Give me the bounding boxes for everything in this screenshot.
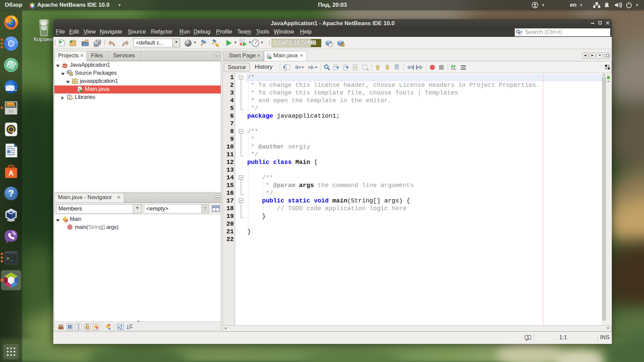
svg-text:_: _ bbox=[9, 256, 13, 261]
svg-text:>: > bbox=[6, 256, 9, 261]
svg-text:A: A bbox=[8, 169, 14, 177]
svg-text:1: 1 bbox=[527, 336, 529, 340]
svg-text:?: ? bbox=[8, 188, 14, 198]
svg-text:Z: Z bbox=[120, 327, 122, 330]
